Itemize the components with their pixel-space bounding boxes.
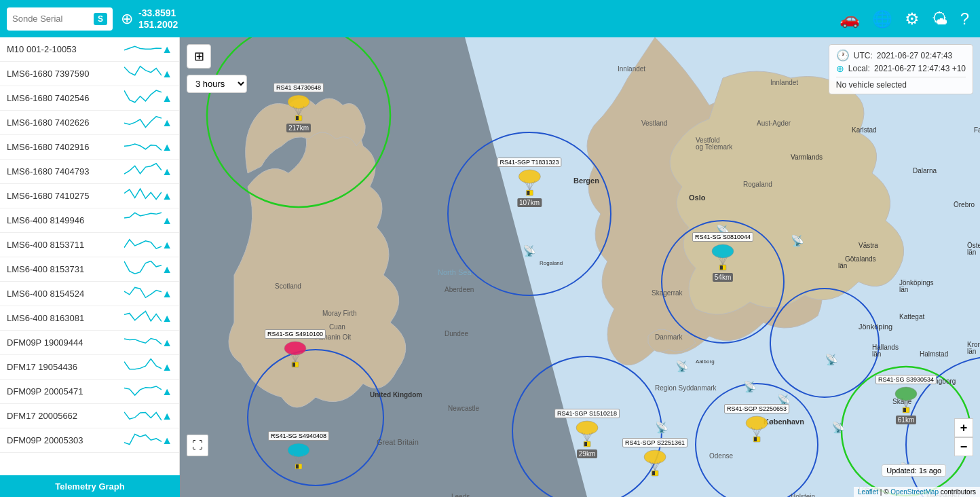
sidebar-item[interactable]: DFM17 20005662 ▲ <box>0 404 179 428</box>
sidebar-sparkline <box>124 261 162 278</box>
search-button[interactable]: S <box>94 13 107 25</box>
sidebar-item-expand[interactable]: ▲ <box>162 215 172 227</box>
layers-button[interactable]: ⊞ <box>187 44 211 69</box>
sidebar-sparkline <box>124 310 162 327</box>
search-input[interactable] <box>12 14 94 24</box>
sidebar-item[interactable]: DFM17 19054436 ▲ <box>0 355 179 380</box>
sidebar-item-expand[interactable]: ▲ <box>162 312 172 325</box>
search-box: S <box>7 7 113 31</box>
sidebar-sparkline <box>124 65 162 82</box>
sidebar-item-expand[interactable]: ▲ <box>162 43 172 56</box>
sidebar-item-expand[interactable]: ▲ <box>162 410 172 422</box>
sidebar-sparkline <box>124 383 162 400</box>
sidebar-item[interactable]: LMS6-1680 7404793 ▲ <box>0 160 179 184</box>
help-icon[interactable]: ? <box>960 10 969 29</box>
sidebar-item-label: LMS6-1680 7397590 <box>7 69 124 79</box>
sidebar-sparkline <box>124 212 162 229</box>
sidebar-item[interactable]: LMS6-400 8153731 ▲ <box>0 257 179 282</box>
osm-link[interactable]: OpenStreetMap <box>890 488 939 496</box>
sidebar-item-label: LMS6-1680 7402916 <box>7 142 124 152</box>
local-time: 2021-06-27 12:47:43 +10 <box>874 64 966 73</box>
globe-icon[interactable]: 🌐 <box>872 10 892 29</box>
top-icons: 🚗 🌐 ⚙ 🌤 ? <box>840 10 980 29</box>
weather-icon[interactable]: 🌤 <box>932 10 948 29</box>
sidebar-item-expand[interactable]: ▲ <box>162 263 172 276</box>
sidebar-item-label: LMS6-400 8149946 <box>7 215 124 225</box>
sidebar-item-label: DFM09P 20005471 <box>7 386 124 397</box>
sidebar-item-expand[interactable]: ▲ <box>162 190 172 202</box>
car-icon[interactable]: 🚗 <box>840 10 860 29</box>
sidebar-item-expand[interactable]: ▲ <box>162 337 172 349</box>
sidebar-item-label: M10 001-2-10053 <box>7 44 124 54</box>
info-panel: 🕐 UTC: 2021-06-27 02:47:43 ⊕ Local: 2021… <box>829 44 973 94</box>
sidebar-item-label: DFM17 19054436 <box>7 362 124 372</box>
sidebar-sparkline <box>124 163 162 180</box>
sidebar-item-expand[interactable]: ▲ <box>162 117 172 129</box>
sidebar-sparkline <box>124 432 162 449</box>
sidebar-sparkline <box>124 41 162 58</box>
sidebar-item[interactable]: LMS6-400 8154524 ▲ <box>0 282 179 306</box>
map-area[interactable]: North Sea 📡 Rogaland 📡 📡 📡 📡 📡 📡 ((·)) 📡… <box>180 37 980 497</box>
sidebar-item-label: DFM09P 20005303 <box>7 435 124 445</box>
sidebar-item[interactable]: LMS6-400 8163081 ▲ <box>0 306 179 331</box>
sidebar-item-label: DFM09P 19009444 <box>7 337 124 348</box>
coordinates: -33.8591 151.2002 <box>138 7 178 31</box>
map-background <box>180 37 980 497</box>
leaflet-link[interactable]: Leaflet <box>858 488 878 496</box>
sidebar-item[interactable]: DFM09P 19009444 ▲ <box>0 331 179 355</box>
sidebar-sparkline <box>124 139 162 155</box>
layers-icon: ⊞ <box>194 49 204 64</box>
sidebar-item-expand[interactable]: ▲ <box>162 68 172 80</box>
sidebar-item[interactable]: DFM09P 20005303 ▲ <box>0 428 179 453</box>
sidebar-item[interactable]: LMS6-400 8153711 ▲ <box>0 233 179 257</box>
sidebar-sparkline <box>124 114 162 131</box>
sidebar-item-label: LMS6-400 8154524 <box>7 289 124 299</box>
sidebar-item-label: LMS6-400 8163081 <box>7 313 124 323</box>
sidebar-sparkline <box>124 187 162 204</box>
sidebar-item-expand[interactable]: ▲ <box>162 141 172 153</box>
settings-icon[interactable]: ⚙ <box>905 10 920 29</box>
utc-time: 2021-06-27 02:47:43 <box>877 51 952 60</box>
sidebar-item[interactable]: LMS6-1680 7402546 ▲ <box>0 86 179 111</box>
sidebar-sparkline <box>124 358 162 375</box>
attribution-contributors: contributors <box>941 488 976 496</box>
zoom-out-button[interactable]: − <box>954 437 973 456</box>
zoom-in-button[interactable]: + <box>954 418 973 437</box>
sidebar-item[interactable]: LMS6-400 8149946 ▲ <box>0 208 179 233</box>
no-vehicle: No vehicle selected <box>836 80 907 90</box>
sidebar-item-expand[interactable]: ▲ <box>162 239 172 251</box>
sidebar-item[interactable]: DFM09P 20005471 ▲ <box>0 380 179 404</box>
compass-icon: ⊕ <box>121 10 133 28</box>
sidebar-item-expand[interactable]: ▲ <box>162 288 172 300</box>
sidebar-item[interactable]: LMS6-1680 7402916 ▲ <box>0 135 179 160</box>
compass-label-icon: ⊕ <box>836 63 844 74</box>
sidebar-item-expand[interactable]: ▲ <box>162 361 172 373</box>
sidebar-sparkline <box>124 285 162 302</box>
local-label: Local: <box>848 64 870 73</box>
sidebar-item-label: LMS6-1680 7410275 <box>7 191 124 201</box>
telemetry-graph-button[interactable]: Telemetry Graph <box>0 475 180 497</box>
sidebar-item[interactable]: LMS6-1680 7397590 ▲ <box>0 62 179 86</box>
sidebar-item-expand[interactable]: ▲ <box>162 435 172 447</box>
utc-label: UTC: <box>854 51 873 60</box>
sidebar-item-expand[interactable]: ▲ <box>162 386 172 398</box>
sidebar-item-label: LMS6-1680 7402546 <box>7 93 124 103</box>
sidebar-item-label: LMS6-1680 7404793 <box>7 166 124 177</box>
sidebar-item[interactable]: M10 001-2-10053 ▲ <box>0 37 179 62</box>
sidebar-sparkline <box>124 90 162 107</box>
sidebar-item[interactable]: LMS6-1680 7402626 ▲ <box>0 111 179 135</box>
clock-icon: 🕐 <box>836 49 850 62</box>
hours-select[interactable]: 1 hour2 hours3 hours6 hours12 hours <box>187 75 247 93</box>
sidebar: M10 001-2-10053 ▲ LMS6-1680 7397590 ▲ LM… <box>0 37 180 497</box>
sidebar-item-label: LMS6-400 8153731 <box>7 264 124 274</box>
updated-badge: Updated: 1s ago <box>882 464 946 477</box>
hours-select-wrap: 1 hour2 hours3 hours6 hours12 hours <box>187 75 247 93</box>
sidebar-item[interactable]: LMS6-1680 7410275 ▲ <box>0 184 179 208</box>
sidebar-item-expand[interactable]: ▲ <box>162 166 172 178</box>
attribution: Leaflet | © OpenStreetMap contributors <box>854 487 980 497</box>
sidebar-sparkline <box>124 236 162 253</box>
sidebar-item-label: LMS6-1680 7402626 <box>7 117 124 128</box>
expand-button[interactable]: ⛶ <box>187 435 208 456</box>
sidebar-item-label: LMS6-400 8153711 <box>7 240 124 250</box>
sidebar-item-expand[interactable]: ▲ <box>162 92 172 105</box>
